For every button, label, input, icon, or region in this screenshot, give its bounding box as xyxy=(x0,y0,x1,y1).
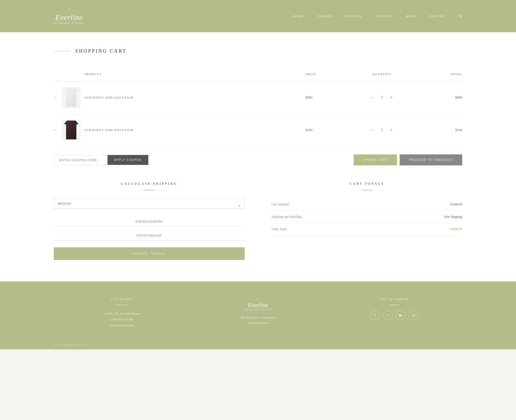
main-nav: HOME THEMES PLUGINS CONTACT BLOG PRICING… xyxy=(293,14,462,19)
shipping-section: CALCULATE SHIPPING MEXICO UNITED STATES … xyxy=(54,182,245,260)
table-row: × STRATEGY AND EXCUTION $100 − 1 xyxy=(54,114,462,146)
main-content: SHOPPING CART PRODUCT PRICE QUANTITY TOT… xyxy=(0,32,516,281)
product-image-1 xyxy=(62,87,81,108)
footer-location: LOCATION London, UK, 10, Friks Avenue +0… xyxy=(54,298,190,328)
product-total-2: $100 xyxy=(409,114,462,146)
table-row: × STRATEGY AND EXCUTION $900 − 1 xyxy=(54,81,462,114)
remove-item-1[interactable]: × xyxy=(54,96,60,100)
social-twitter[interactable]: t xyxy=(383,310,393,320)
shipping-row: Shipping and Handling: Free Shipping xyxy=(271,211,462,223)
qty-decrease-1[interactable]: − xyxy=(370,95,375,100)
logo-sub: WEDDING EVENT xyxy=(54,22,84,24)
coupon-input[interactable] xyxy=(54,155,108,165)
order-total-label: Order Total: xyxy=(271,227,287,231)
product-price-2: $100 xyxy=(306,114,355,146)
country-select-wrapper: MEXICO UNITED STATES UNITED KINGDOM CANA… xyxy=(54,198,245,213)
subtotal-label: Cart Subtotal: xyxy=(271,202,289,207)
page-title: SHOPPING CART xyxy=(75,48,127,54)
header: ♡ Everline WEDDING EVENT HOME THEMES PLU… xyxy=(0,0,516,32)
state-input[interactable] xyxy=(54,217,245,227)
cart-actions: APPLY COUPON UPDATE CART PROCEED TO CHEC… xyxy=(54,154,462,165)
footer-bottom: www.heritagechristianacollege.com xyxy=(0,339,516,349)
logo[interactable]: ♡ Everline WEDDING EVENT xyxy=(54,8,84,24)
quantity-wrapper-1: − 1 + xyxy=(355,95,409,100)
cart-buttons: UPDATE CART PROCEED TO CHECKOUT xyxy=(354,154,462,165)
order-total-value: $1000.00 xyxy=(450,227,462,231)
nav-blog[interactable]: BLOG xyxy=(406,15,417,18)
footer-logo[interactable]: ♡ Everline WEDDING EVENT xyxy=(190,298,326,311)
subtotal-value: $1000.00 xyxy=(450,202,462,207)
footer-copy2: Thememove.com xyxy=(190,320,326,326)
footer-logo-heart: ♡ xyxy=(257,298,260,302)
instagram-icon: ◎ xyxy=(412,313,415,317)
shipping-title: CALCULATE SHIPPING xyxy=(54,182,245,186)
product-image-2 xyxy=(62,119,81,141)
footer-bottom-text: www.heritagechristianacollege.com xyxy=(54,343,88,346)
shipping-underline xyxy=(144,190,155,190)
col-image xyxy=(62,70,85,81)
facebook-icon: f xyxy=(374,313,375,317)
social-instagram[interactable]: ◎ xyxy=(409,310,418,320)
product-name-1: STRATEGY AND EXCUTION xyxy=(85,96,134,99)
page-title-wrapper: SHOPPING CART xyxy=(54,48,462,54)
col-quantity: QUANTITY xyxy=(355,70,409,81)
footer-contact-underline xyxy=(389,305,400,305)
update-totals-button[interactable]: UPDATE TOTALS xyxy=(54,247,245,260)
nav-plugins[interactable]: PLUGINS xyxy=(346,15,362,18)
product-name-cell-2: STRATEGY AND EXCUTION xyxy=(85,128,306,132)
col-product: PRODUCT xyxy=(85,70,306,81)
country-select[interactable]: MEXICO UNITED STATES UNITED KINGDOM CANA… xyxy=(54,198,245,209)
product-total-1: $900 xyxy=(409,81,462,114)
footer-contact: GET IN TOUCH f t ▶ ◎ xyxy=(326,298,462,320)
footer: LOCATION London, UK, 10, Friks Avenue +0… xyxy=(0,281,516,339)
social-youtube[interactable]: ▶ xyxy=(396,310,406,320)
nav-themes[interactable]: THEMES xyxy=(317,15,332,18)
footer-logo-sub: WEDDING EVENT xyxy=(244,309,272,311)
social-facebook[interactable]: f xyxy=(370,310,380,320)
col-total: TOTAL xyxy=(409,70,462,81)
col-price: PRICE xyxy=(306,70,355,81)
totals-underline xyxy=(361,190,372,190)
twitter-icon: t xyxy=(387,313,388,317)
shipping-value: Free Shipping xyxy=(444,215,462,219)
footer-contact-title: GET IN TOUCH xyxy=(326,298,462,301)
apply-coupon-button[interactable]: APPLY COUPON xyxy=(108,155,148,165)
logo-heart: ♡ xyxy=(67,8,71,13)
quantity-cell-1: − 1 + xyxy=(355,81,409,114)
qty-increase-1[interactable]: + xyxy=(389,95,394,100)
footer-phone: +0987 092 291 091 xyxy=(54,316,190,322)
coupon-area: APPLY COUPON xyxy=(54,155,148,165)
nav-home[interactable]: HOME xyxy=(293,15,304,18)
logo-name: Everline xyxy=(55,13,83,22)
quantity-wrapper-2: − 1 + xyxy=(355,128,409,132)
social-icons: f t ▶ ◎ xyxy=(326,310,462,320)
qty-value-1: 1 xyxy=(379,95,385,100)
cart-table: PRODUCT PRICE QUANTITY TOTAL × STRATEGY … xyxy=(54,70,462,146)
order-total-row: Order Total: $1000.00 xyxy=(271,223,462,236)
footer-location-title: LOCATION xyxy=(54,298,190,301)
zip-input[interactable] xyxy=(54,231,245,241)
nav-pricing[interactable]: PRICING xyxy=(430,15,446,18)
shirt-dark-icon xyxy=(64,121,79,139)
bottom-section: CALCULATE SHIPPING MEXICO UNITED STATES … xyxy=(54,182,462,260)
col-remove xyxy=(54,70,62,81)
product-name-cell-1: STRATEGY AND EXCUTION xyxy=(85,96,306,99)
remove-item-2[interactable]: × xyxy=(54,128,60,132)
youtube-icon: ▶ xyxy=(399,313,402,317)
quantity-cell-2: − 1 + xyxy=(355,114,409,146)
search-icon[interactable]: ⚲ xyxy=(459,14,462,19)
totals-section: CART TOTALS Cart Subtotal: $1000.00 Ship… xyxy=(271,182,462,260)
totals-title: CART TOTALS xyxy=(271,182,462,186)
nav-contact[interactable]: CONTACT xyxy=(375,15,393,18)
proceed-checkout-button[interactable]: PROCEED TO CHECKOUT xyxy=(400,154,462,165)
qty-increase-2[interactable]: + xyxy=(389,128,394,132)
footer-logo-name: Everline xyxy=(248,302,268,309)
update-cart-button[interactable]: UPDATE CART xyxy=(354,154,397,165)
footer-brand: ♡ Everline WEDDING EVENT All right serve… xyxy=(190,298,326,326)
footer-copy1: All right server. Copyright by xyxy=(190,315,326,320)
product-name-2: STRATEGY AND EXCUTION xyxy=(85,128,134,132)
shipping-label: Shipping and Handling: xyxy=(271,215,302,219)
product-price-1: $900 xyxy=(306,81,355,114)
subtotal-row: Cart Subtotal: $1000.00 xyxy=(271,198,462,211)
qty-decrease-2[interactable]: − xyxy=(370,128,375,132)
